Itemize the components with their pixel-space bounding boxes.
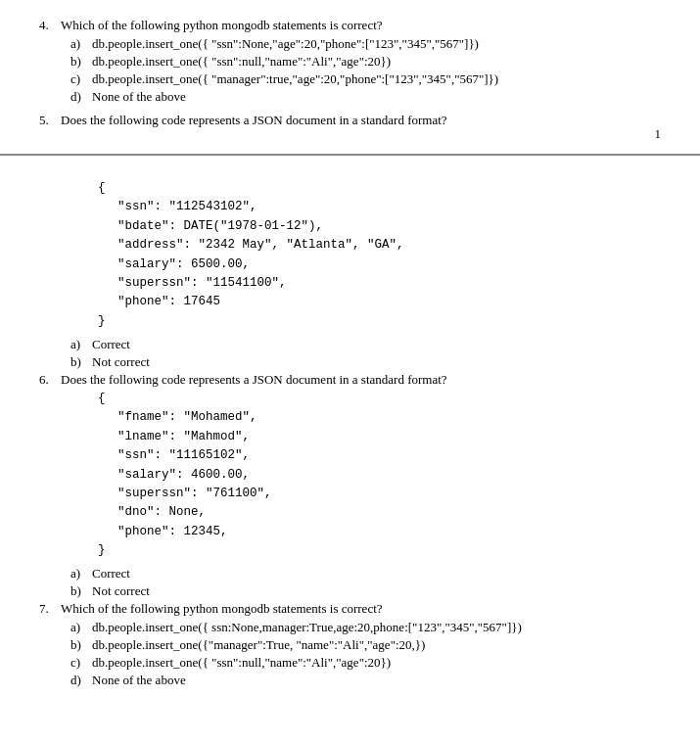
question-7: 7. Which of the following python mongodb…: [39, 601, 661, 611]
q7-opt-b: b) db.people.insert_one({"manager":True,…: [70, 637, 661, 653]
q7-opt-b-letter: b): [70, 637, 88, 653]
q5-code-line-1: "ssn": "112543102",: [117, 198, 661, 216]
page-container: 4. Which of the following python mongodb…: [0, 0, 700, 744]
q6-code-block: { "fname": "Mohamed", "lname": "Mahmod",…: [98, 390, 661, 560]
q4-line: 4. Which of the following python mongodb…: [39, 18, 661, 33]
q6-options: a) Correct b) Not correct: [70, 566, 661, 599]
q6-code-line-5: "superssn": "761100",: [117, 485, 661, 503]
q5-code-line-6: "phone": 17645: [117, 293, 661, 311]
q4-opt-d-text: None of the above: [92, 89, 186, 105]
q6-opt-b-letter: b): [70, 583, 88, 599]
q7-text: Which of the following python mongodb st…: [61, 601, 383, 617]
q6-code-line-1: "fname": "Mohamed",: [117, 408, 661, 427]
q4-opt-a-text: db.people.insert_one({ "ssn":None,"age":…: [92, 36, 479, 52]
q7-opt-a-text: db.people.insert_one({ ssn:None,manager:…: [92, 620, 522, 635]
q5-code-line-4: "salary": 6500.00,: [117, 256, 661, 274]
q4-text: Which of the following python mongodb st…: [61, 18, 383, 33]
q6-code-line-8: }: [98, 541, 661, 560]
q7-opt-c: c) db.people.insert_one({ "ssn":null,"na…: [70, 655, 661, 671]
page-bottom: { "ssn": "112543102", "bdate": DATE("197…: [0, 156, 700, 744]
q6-opt-a: a) Correct: [70, 566, 661, 581]
q5-code-line-3: "address": "2342 May", "Atlanta", "GA",: [117, 236, 661, 255]
q5-opt-a: a) Correct: [70, 337, 661, 352]
question-4: 4. Which of the following python mongodb…: [39, 18, 661, 105]
q6-code-line-6: "dno": None,: [117, 503, 661, 522]
q6-code-line-7: "phone": 12345,: [117, 523, 661, 541]
question-5-header: 5. Does the following code represents a …: [39, 113, 661, 128]
page-top: 4. Which of the following python mongodb…: [0, 0, 700, 156]
q6-opt-a-text: Correct: [92, 566, 130, 581]
q4-opt-a: a) db.people.insert_one({ "ssn":None,"ag…: [70, 36, 661, 52]
q5-code-line-2: "bdate": DATE("1978-01-12"),: [117, 217, 661, 236]
q5-opt-b-text: Not correct: [92, 354, 150, 370]
q7-options: a) db.people.insert_one({ ssn:None,manag…: [70, 620, 661, 688]
q4-opt-a-letter: a): [70, 36, 88, 52]
q6-code-line-2: "lname": "Mahmod",: [117, 428, 661, 446]
q7-line: 7. Which of the following python mongodb…: [39, 601, 661, 617]
q4-num: 4.: [39, 18, 57, 33]
q4-options: a) db.people.insert_one({ "ssn":None,"ag…: [70, 36, 661, 105]
q6-opt-b: b) Not correct: [70, 583, 661, 599]
question-6: 6. Does the following code represents a …: [39, 372, 661, 382]
q5-num: 5.: [39, 113, 57, 128]
q6-code-line-3: "ssn": "11165102",: [117, 446, 661, 465]
q5-opt-a-letter: a): [70, 337, 88, 352]
q4-opt-c: c) db.people.insert_one({ "manager":true…: [70, 71, 661, 87]
q5-code-line-5: "superssn": "11541100",: [117, 274, 661, 293]
q5-line: 5. Does the following code represents a …: [39, 113, 661, 128]
q5-text: Does the following code represents a JSO…: [61, 113, 447, 128]
q7-opt-d-letter: d): [70, 673, 88, 688]
q7-opt-d-text: None of the above: [92, 673, 186, 688]
q7-num: 7.: [39, 601, 57, 617]
q7-opt-a: a) db.people.insert_one({ ssn:None,manag…: [70, 620, 661, 635]
q7-opt-d: d) None of the above: [70, 673, 661, 688]
q7-opt-c-text: db.people.insert_one({ "ssn":null,"name"…: [92, 655, 391, 671]
q4-opt-b: b) db.people.insert_one({ "ssn":null,"na…: [70, 54, 661, 70]
q5-code-line-7: }: [98, 312, 661, 331]
q7-opt-c-letter: c): [70, 655, 88, 671]
q5-opt-b: b) Not correct: [70, 354, 661, 370]
q5-opt-b-letter: b): [70, 354, 88, 370]
q6-code-line-4: "salary": 4600.00,: [117, 466, 661, 485]
q7-opt-b-text: db.people.insert_one({"manager":True, "n…: [92, 637, 425, 653]
q6-opt-a-letter: a): [70, 566, 88, 581]
q6-opt-b-text: Not correct: [92, 583, 150, 599]
q7-opt-a-letter: a): [70, 620, 88, 635]
q4-opt-c-letter: c): [70, 71, 88, 87]
q6-text: Does the following code represents a JSO…: [61, 372, 447, 388]
q5-code-block: { "ssn": "112543102", "bdate": DATE("197…: [98, 179, 661, 331]
q4-opt-c-text: db.people.insert_one({ "manager":true,"a…: [92, 71, 498, 87]
q6-num: 6.: [39, 372, 57, 388]
page-number: 1: [655, 126, 662, 142]
q5-options: a) Correct b) Not correct: [70, 337, 661, 370]
q4-opt-d: d) None of the above: [70, 89, 661, 105]
q4-opt-b-text: db.people.insert_one({ "ssn":null,"name"…: [92, 54, 391, 70]
q4-opt-d-letter: d): [70, 89, 88, 105]
q5-code-line-0: {: [98, 179, 661, 198]
q6-code-line-0: {: [98, 390, 661, 408]
q4-opt-b-letter: b): [70, 54, 88, 70]
q6-line: 6. Does the following code represents a …: [39, 372, 661, 388]
q5-opt-a-text: Correct: [92, 337, 130, 352]
